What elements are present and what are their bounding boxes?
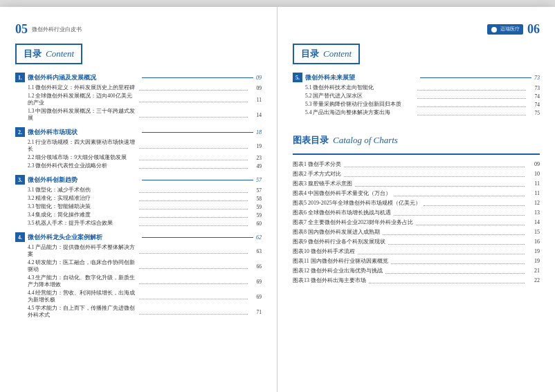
chart-page-4: 11 <box>527 190 540 196</box>
toc-section-5: 5. 微创外科未来展望 73 5.1 微创外科技术走向智能化 73 5.2 国产… <box>293 73 540 116</box>
left-page-title: 微创外科行业白皮书 <box>32 26 82 33</box>
toc-section-1: 1. 微创外科内涵及发展概况 09 1.1 微创外科定义：外科发展历史上的里程碑… <box>15 73 262 122</box>
toc-badge-5: 5. <box>293 73 302 82</box>
chart-text-10: 图表10 微创外科手术流程 <box>293 248 355 255</box>
toc-sub-page-3-4: 59 <box>251 212 262 218</box>
toc-sub-page-2-2: 23 <box>251 155 262 161</box>
toc-dots-3-3 <box>139 204 248 209</box>
chart-text-13: 图表13 微创外科出海主要市场 <box>293 277 366 284</box>
right-logo-area: 迈瑞医疗 06 <box>487 22 540 37</box>
toc-sub-page-2-3: 49 <box>251 163 262 169</box>
toc-sub-5-1: 5.1 微创外科技术走向智能化 73 <box>293 84 540 91</box>
logo-1: 迈瑞医疗 <box>487 24 523 34</box>
toc-sub-text-4-3: 4.3 生产能力：自动化、数字化升级，新质生产力降本增效 <box>28 274 136 288</box>
chart-text-11: 图表11 国内微创外科行业驱动因素概览 <box>293 257 388 265</box>
toc-dots-4-1 <box>139 248 248 254</box>
toc-sub-5-2: 5.2 国产替代进入深水区 74 <box>293 93 540 100</box>
toc-dots-5-4 <box>417 110 527 115</box>
chart-dots-3 <box>355 181 525 187</box>
toc-main-5: 5. 微创外科未来展望 73 <box>293 73 540 82</box>
toc-sub-5-3: 5.3 带量采购降价驱动行业创新回归本质 74 <box>293 101 540 108</box>
toc-sub-page-1-1: 09 <box>251 85 262 91</box>
chart-text-7: 图表7 全主要微创外科企业2023财年外科业务占比 <box>293 218 413 226</box>
toc-sub-4-3: 4.3 生产能力：自动化、数字化升级，新质生产力降本增效 69 <box>15 274 262 288</box>
toc-sub-page-1-3: 14 <box>251 112 262 118</box>
toc-dots-5-1 <box>417 85 527 91</box>
chart-text-5: 图表5 2019-2025年全球微创外科市场规模（亿美元） <box>293 199 421 207</box>
chart-catalog-section: 图表目录 Catalog of Charts 图表1 微创手术分类 09 图表2… <box>293 134 540 284</box>
toc-section-2: 2. 微创外科市场现状 18 2.1 行业市场规模：四大因素驱动市场快速增长 1… <box>15 127 262 169</box>
chart-page-5: 12 <box>527 200 540 206</box>
toc-sub-1-2: 1.2 全球微创外科发展概况：迈向400亿美元的产业 11 <box>15 93 262 106</box>
toc-title-5: 微创外科未来展望 <box>305 73 417 82</box>
chart-dots-8 <box>383 230 525 235</box>
chart-page-9: 16 <box>527 239 540 245</box>
toc-sub-1-3: 1.3 中国微创外科发展概况：三十年跨越式发展 14 <box>15 108 262 122</box>
left-section-title-en: Content <box>46 48 74 59</box>
chart-item-10: 图表10 微创外科手术流程 19 <box>293 248 540 255</box>
toc-page-4: 62 <box>256 234 262 241</box>
toc-sub-page-2-1: 19 <box>251 143 262 149</box>
toc-container: 1. 微创外科内涵及发展概况 09 1.1 微创外科定义：外科发展历史上的里程碑… <box>15 73 262 319</box>
toc-sub-text-5-4: 5.4 产品出海迈向整体解决方案出海 <box>305 109 415 116</box>
toc-sub-5-4: 5.4 产品出海迈向整体解决方案出海 75 <box>293 109 540 116</box>
toc-section-3: 3. 微创外科创新趋势 57 3.1 微型化：减少手术创伤 57 3.2 精准化… <box>15 175 262 227</box>
chart-text-8: 图表8 国内微创外科发展进入成熟期 <box>293 228 380 236</box>
toc-dots-2-3 <box>139 163 248 169</box>
toc-sub-page-3-1: 57 <box>251 187 262 194</box>
toc-sub-page-4-5: 71 <box>251 309 262 315</box>
chart-dots-10 <box>358 249 525 254</box>
toc-divider-3 <box>142 180 253 180</box>
left-section-title-box: 目录 Content <box>15 44 82 64</box>
chart-page-13: 22 <box>527 277 540 283</box>
chart-title-cn: 图表目录 <box>293 134 329 147</box>
chart-dots-2 <box>344 171 525 177</box>
page-left: 05 微创外科行业白皮书 目录 Content 1. 微创外科内涵及发展概况 0… <box>0 7 278 392</box>
toc-divider-2 <box>142 132 253 133</box>
right-page-number: 06 <box>527 22 540 37</box>
toc-main-2: 2. 微创外科市场现状 18 <box>15 127 262 137</box>
toc-main-4: 4. 微创外科龙头企业案例解析 62 <box>15 232 262 242</box>
chart-text-3: 图表3 腹腔镜手术示意图 <box>293 180 352 187</box>
chart-page-2: 10 <box>527 171 540 177</box>
toc-page-5: 73 <box>534 75 540 81</box>
toc-dots-2-1 <box>139 143 248 149</box>
left-page-number: 05 <box>15 22 28 37</box>
toc-sub-text-4-2: 4.2 研发能力：医工融合，临床合作协同创新驱动 <box>28 259 136 273</box>
toc-sub-text-5-2: 5.2 国产替代进入深水区 <box>305 93 415 100</box>
chart-page-3: 11 <box>527 180 540 187</box>
toc-section-4: 4. 微创外科龙头企业案例解析 62 4.1 产品能力：提供微创外科手术整体解决… <box>15 232 262 319</box>
chart-dots-5 <box>424 200 525 206</box>
chart-dots-11 <box>391 259 525 264</box>
toc-page-3: 57 <box>256 177 262 183</box>
toc-sub-4-4: 4.4 经营能力：营收、利润持续增长，出海成为新增长极 69 <box>15 290 262 304</box>
toc-dots-1-1 <box>139 85 248 91</box>
toc-dots-2-2 <box>139 155 248 160</box>
toc-sub-text-1-3: 1.3 中国微创外科发展概况：三十年跨越式发展 <box>28 108 136 122</box>
chart-item-5: 图表5 2019-2025年全球微创外科市场规模（亿美元） 12 <box>293 199 540 207</box>
toc-main-3: 3. 微创外科创新趋势 57 <box>15 175 262 185</box>
right-section-title-box: 目录 Content <box>293 44 360 64</box>
chart-dots-7 <box>416 220 525 225</box>
chart-page-1: 09 <box>527 161 540 167</box>
chart-text-6: 图表6 全球微创外科市场增长挑战与机遇 <box>293 209 391 216</box>
svg-point-0 <box>491 27 497 32</box>
toc-sub-page-5-1: 73 <box>529 85 540 91</box>
toc-sub-text-5-1: 5.1 微创外科技术走向智能化 <box>305 84 415 91</box>
toc-sub-page-3-2: 58 <box>251 196 262 202</box>
toc-sub-3-3: 3.3 智能化：智能辅助决策 59 <box>15 203 262 210</box>
chart-divider <box>293 153 540 155</box>
toc-dots-3-2 <box>139 196 248 201</box>
chart-page-6: 13 <box>527 209 540 216</box>
toc-title-2: 微创外科市场现状 <box>28 128 139 137</box>
chart-dots-9 <box>388 239 525 245</box>
toc-divider-5 <box>420 77 532 78</box>
toc-sub-3-2: 3.2 精准化：实现精准治疗 58 <box>15 195 262 202</box>
toc-sub-3-1: 3.1 微型化：减少手术创伤 57 <box>15 187 262 194</box>
toc-sub-text-2-2: 2.2 细分领域市场：9大细分领域蓬勃发展 <box>28 154 136 161</box>
toc-sub-text-3-4: 3.4 集成化：简化操作难度 <box>28 212 136 218</box>
toc-sub-text-3-2: 3.2 精准化：实现精准治疗 <box>28 195 136 202</box>
chart-page-12: 21 <box>527 268 540 274</box>
toc-badge-2: 2. <box>15 127 25 137</box>
toc-divider-4 <box>142 237 253 238</box>
